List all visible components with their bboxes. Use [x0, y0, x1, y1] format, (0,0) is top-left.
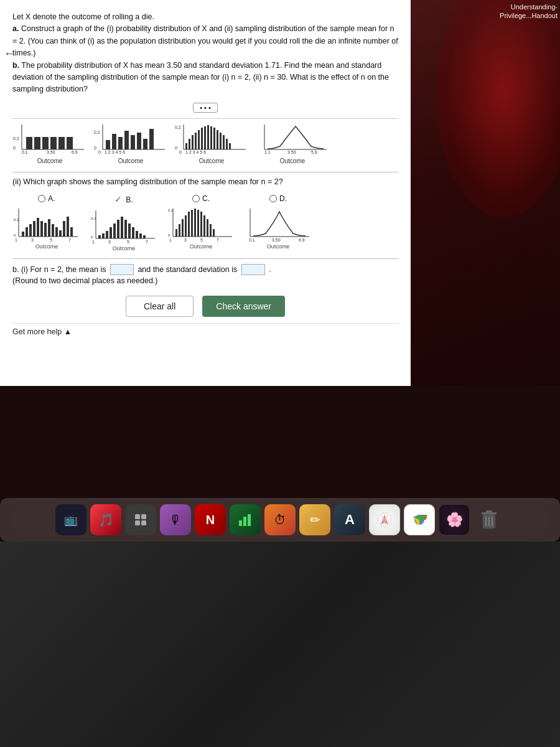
option-a-radio[interactable]: [38, 195, 45, 202]
svg-rect-81: [113, 223, 116, 238]
dock-icon-grid[interactable]: [125, 504, 156, 535]
svg-rect-67: [67, 217, 69, 237]
graph-i-b: 0 1 2 3 4 5 6 0.2 0 Outcome: [93, 121, 168, 166]
option-c[interactable]: C. 1 3 5 7: [167, 193, 235, 251]
svg-text:0: 0: [91, 235, 93, 239]
svg-rect-123: [141, 514, 146, 519]
graph-i-c-svg: 0 1 2 3 4 5 6 0.2 0: [174, 121, 249, 156]
get-more-help[interactable]: Get more help ▲: [12, 327, 72, 336]
svg-text:1 2 3 4 5 6: 1 2 3 4 5 6: [105, 150, 125, 154]
svg-text:1: 1: [92, 240, 95, 244]
dock-icon-chrome[interactable]: [404, 504, 435, 535]
option-b-graph-label: Outcome: [113, 245, 136, 253]
part-a-label: a.: [12, 24, 19, 33]
svg-text:3: 3: [108, 240, 111, 244]
svg-rect-87: [136, 231, 138, 238]
chrome-icon: [410, 510, 429, 529]
svg-rect-34: [201, 128, 203, 149]
mean-input[interactable]: [110, 264, 134, 275]
check-answer-button[interactable]: Check answer: [202, 296, 285, 317]
svg-rect-31: [192, 135, 194, 149]
svg-text:1 2 3 4 5 6: 1 2 3 4 5 6: [185, 150, 206, 154]
svg-rect-55: [22, 232, 24, 237]
svg-rect-80: [110, 227, 112, 238]
svg-rect-100: [182, 219, 184, 237]
svg-rect-63: [52, 224, 54, 237]
svg-rect-19: [131, 135, 135, 149]
svg-text:5: 5: [200, 238, 203, 242]
svg-rect-82: [117, 220, 119, 238]
option-d-radio[interactable]: [269, 195, 277, 202]
svg-text:1.1: 1.1: [264, 150, 271, 154]
news-icon: N: [206, 513, 215, 527]
svg-rect-99: [179, 224, 180, 237]
graph-i-b-svg: 0 1 2 3 4 5 6 0.2 0: [93, 121, 168, 156]
option-c-radio[interactable]: [192, 195, 200, 202]
dock-icon-podcasts[interactable]: 🎙: [160, 504, 191, 535]
part-b-section: b. (i) For n = 2, the mean is and the st…: [12, 264, 398, 288]
stddev-input[interactable]: [241, 264, 265, 275]
option-d[interactable]: D. 0.1 3.50 6.9 Outcome: [244, 193, 312, 251]
svg-text:0.2: 0.2: [94, 130, 100, 134]
dock-icon-safari[interactable]: [369, 504, 400, 535]
graph-i-a-svg: 0.1 3.50 6.9 0.2 0: [12, 121, 87, 156]
problem-text: Let X denote the outcome of rolling a di…: [12, 11, 398, 96]
svg-rect-57: [29, 224, 32, 237]
part-a-text: Construct a graph of the (i) probability…: [12, 24, 398, 57]
option-b-label: B.: [126, 194, 133, 205]
clear-all-button[interactable]: Clear all: [126, 296, 194, 317]
svg-rect-127: [243, 517, 246, 526]
svg-rect-108: [207, 219, 208, 237]
svg-rect-139: [486, 510, 492, 512]
svg-rect-89: [143, 235, 146, 238]
svg-text:5.9: 5.9: [311, 150, 317, 154]
svg-rect-3: [34, 137, 40, 149]
svg-rect-110: [213, 229, 215, 237]
dock-icon-music[interactable]: 🎵: [90, 504, 121, 535]
dock-icon-flower[interactable]: 🌸: [439, 504, 470, 535]
dock-icon-fonts[interactable]: A: [334, 504, 365, 535]
back-arrow[interactable]: ←: [0, 45, 19, 63]
top-right-label: Understanding- Privilege...Handout: [500, 2, 558, 21]
svg-rect-88: [139, 233, 142, 238]
svg-text:0.2: 0.2: [168, 209, 174, 212]
decorative-right: [411, 0, 560, 386]
svg-rect-126: [239, 520, 242, 526]
dock-icon-news[interactable]: N: [195, 504, 226, 535]
svg-rect-78: [102, 233, 105, 238]
svg-text:0.1: 0.1: [249, 238, 255, 242]
dock-icon-charts[interactable]: [230, 504, 261, 535]
svg-text:0: 0: [13, 146, 16, 150]
svg-rect-84: [124, 220, 127, 238]
svg-rect-39: [217, 130, 218, 149]
svg-rect-79: [106, 231, 108, 238]
svg-rect-86: [132, 227, 134, 238]
option-c-graph-label: Outcome: [190, 243, 213, 251]
dock-icon-timer[interactable]: ⏱: [264, 504, 296, 535]
svg-text:1: 1: [169, 238, 172, 242]
svg-rect-35: [204, 126, 206, 149]
dock-icon-notes[interactable]: ✏: [299, 504, 330, 535]
part-b-note: (Round to two decimal places as needed.): [12, 276, 157, 285]
more-button[interactable]: • • •: [193, 103, 218, 113]
svg-rect-106: [200, 212, 202, 237]
flower-icon: 🌸: [446, 512, 463, 528]
dock-icon-appletv[interactable]: 📺: [55, 504, 86, 535]
option-a[interactable]: A. 1 3 5: [12, 193, 81, 251]
option-b[interactable]: ✓ B. 1 3 5: [90, 193, 158, 253]
option-d-graph-label: Outcome: [267, 243, 290, 251]
svg-rect-59: [37, 218, 39, 237]
option-b-checkmark: ✓: [114, 193, 122, 206]
dock-icon-trash[interactable]: [474, 504, 505, 535]
svg-text:0: 0: [179, 150, 182, 154]
svg-rect-38: [213, 128, 215, 149]
intro-text: Let X denote the outcome of rolling a di…: [12, 12, 154, 21]
svg-rect-83: [121, 217, 123, 238]
svg-text:7: 7: [68, 238, 71, 242]
svg-rect-85: [128, 223, 131, 238]
svg-text:0: 0: [94, 146, 96, 150]
top-right-line1: Understanding-: [511, 3, 558, 11]
svg-rect-21: [143, 139, 147, 149]
music-icon: 🎵: [98, 512, 114, 527]
svg-rect-36: [207, 125, 209, 149]
